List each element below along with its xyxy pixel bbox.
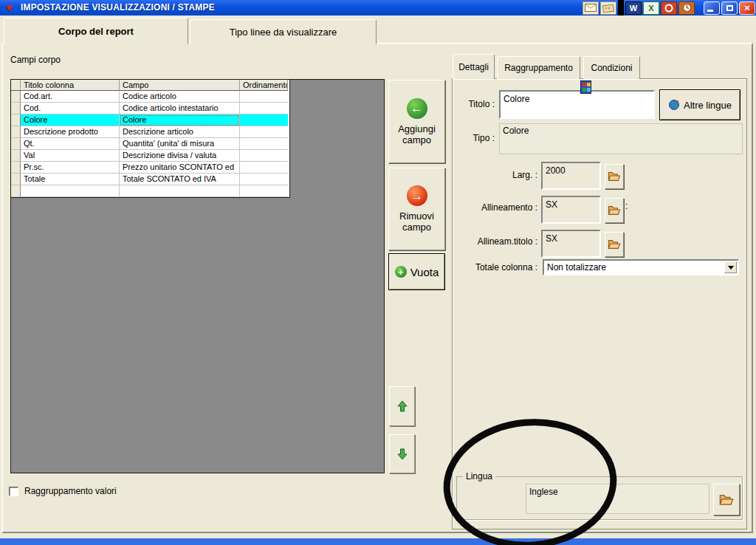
- cell-campo[interactable]: Codice articolo intestatario: [120, 103, 240, 114]
- row-selector: [11, 126, 21, 138]
- clock-icon[interactable]: [678, 1, 695, 15]
- cell-campo[interactable]: Descrizione articolo: [120, 126, 240, 138]
- row-selector: [11, 114, 21, 126]
- tab-condizioni[interactable]: Condizioni: [583, 56, 640, 79]
- cell-titolo[interactable]: Cod.art.: [21, 91, 120, 103]
- allineam-titolo-lookup-button[interactable]: [605, 232, 624, 257]
- cell-ordinamento[interactable]: [240, 185, 288, 197]
- cell-campo[interactable]: [120, 185, 240, 197]
- plus-icon: +: [395, 266, 407, 278]
- tipo-label: Tipo :: [443, 133, 495, 143]
- allineamento-field-frame: [541, 196, 601, 224]
- left-arrow-icon: ←: [407, 98, 427, 119]
- tipo-value: Colore: [500, 124, 742, 137]
- chevron-down-icon: [728, 266, 734, 270]
- move-down-button[interactable]: [389, 434, 415, 473]
- tab-dettagli[interactable]: Dettagli: [453, 54, 495, 79]
- word-icon[interactable]: W: [625, 1, 642, 15]
- lingua-input[interactable]: [526, 485, 709, 498]
- allineamento-input[interactable]: [543, 198, 599, 211]
- restore-button[interactable]: [721, 1, 738, 15]
- table-row[interactable]: Descrizione prodotto Descrizione articol…: [11, 126, 289, 138]
- row-selector: [11, 103, 21, 114]
- folder-icon: [608, 171, 621, 182]
- stray-colon-text: :: [625, 201, 628, 211]
- add-label-line1: Aggiungi: [398, 123, 436, 134]
- cell-titolo[interactable]: Descrizione prodotto: [21, 126, 120, 138]
- mail-envelope-icon[interactable]: [583, 1, 599, 15]
- row-selector: [11, 162, 21, 174]
- cell-campo[interactable]: Totale SCONTATO ed IVA: [120, 174, 240, 185]
- titlebar: ♥ IMPOSTAZIONE VISUALIZZAZIONI / STAMPE …: [0, 0, 756, 16]
- cell-campo-focused[interactable]: Colore: [120, 114, 240, 126]
- cell-titolo[interactable]: [21, 185, 120, 197]
- table-row[interactable]: Cod.art. Codice articolo: [11, 91, 289, 103]
- cell-campo[interactable]: Descrizione divisa / valuta: [120, 150, 240, 162]
- altre-lingue-label: Altre lingue: [684, 100, 732, 111]
- row-selector: [11, 138, 21, 150]
- totale-colonna-dropdown[interactable]: Non totalizzare: [543, 259, 739, 275]
- close-button[interactable]: ×: [739, 1, 755, 15]
- raggruppamento-valori-label: Raggruppamento valori: [24, 486, 117, 496]
- altre-lingue-button[interactable]: Altre lingue: [659, 89, 740, 120]
- allineamento-lookup-button[interactable]: [605, 198, 624, 223]
- table-row[interactable]: Qt. Quantita' (unita' di misura: [11, 138, 289, 150]
- remove-label-line2: campo: [402, 222, 431, 233]
- window-title: IMPOSTAZIONE VISUALIZZAZIONI / STAMPE: [21, 2, 215, 13]
- table-row-selected[interactable]: Colore Colore: [11, 114, 289, 126]
- aggiungi-campo-button[interactable]: ← Aggiungicampo: [388, 80, 445, 163]
- quicklaunch-bar: W X: [568, 1, 695, 15]
- cell-titolo[interactable]: Colore: [21, 114, 120, 126]
- cell-ordinamento[interactable]: [240, 174, 288, 185]
- cell-campo[interactable]: Quantita' (unita' di misura: [120, 138, 240, 150]
- titolo-input[interactable]: [501, 92, 653, 106]
- lingua-lookup-button[interactable]: [713, 484, 740, 515]
- palette-grid-icon[interactable]: [580, 80, 591, 94]
- cell-titolo[interactable]: Cod.: [21, 103, 120, 114]
- cell-titolo[interactable]: Totale: [21, 174, 120, 185]
- cell-ordinamento[interactable]: [240, 103, 288, 114]
- window-controls: ×: [702, 1, 755, 15]
- row-selector: [11, 174, 21, 185]
- cell-titolo[interactable]: Qt.: [21, 138, 120, 150]
- notes-card-icon[interactable]: [600, 1, 616, 15]
- allineam-titolo-input[interactable]: [543, 232, 599, 245]
- cell-ordinamento[interactable]: [240, 126, 288, 138]
- totale-colonna-label: Totale colonna :: [413, 262, 537, 272]
- table-row[interactable]: Val Descrizione divisa / valuta: [11, 150, 289, 162]
- tipo-field: Colore: [499, 123, 743, 154]
- cell-ordinamento[interactable]: [240, 150, 288, 162]
- move-up-button[interactable]: [389, 386, 415, 426]
- larg-lookup-button[interactable]: [605, 164, 624, 189]
- orange-app-icon[interactable]: [661, 1, 677, 15]
- excel-icon[interactable]: X: [643, 1, 659, 15]
- cell-ordinamento[interactable]: [240, 138, 288, 150]
- folder-icon: [719, 494, 734, 506]
- cell-ordinamento[interactable]: [240, 91, 288, 103]
- cell-ordinamento[interactable]: [240, 114, 288, 126]
- minimize-button[interactable]: [704, 1, 720, 15]
- table-header-row: Titolo colonna Campo Ordinamento: [11, 80, 289, 91]
- tab-tipo-linee[interactable]: Tipo linee da visualizzare: [190, 19, 377, 44]
- campi-table: Titolo colonna Campo Ordinamento Cod.art…: [10, 79, 290, 198]
- raggruppamento-valori-checkbox[interactable]: [9, 487, 18, 496]
- table-row[interactable]: Cod. Codice articolo intestatario: [11, 103, 289, 114]
- cell-campo[interactable]: Codice articolo: [120, 91, 240, 103]
- tab-raggruppamento[interactable]: Raggruppamento: [497, 56, 580, 79]
- row-selector: [11, 91, 21, 103]
- table-row-empty[interactable]: [11, 185, 289, 197]
- allineam-titolo-field-frame: [541, 230, 601, 258]
- down-arrow-icon: [396, 448, 408, 460]
- folder-icon: [608, 239, 621, 250]
- dropdown-arrow-button[interactable]: [724, 261, 737, 273]
- tab-corpo-del-report[interactable]: Corpo del report: [4, 18, 188, 44]
- table-row[interactable]: Totale Totale SCONTATO ed IVA: [11, 174, 289, 185]
- cell-titolo[interactable]: Pr.sc.: [21, 162, 120, 174]
- table-row[interactable]: Pr.sc. Prezzo unitario SCONTATO ed: [11, 162, 289, 174]
- cell-ordinamento[interactable]: [240, 162, 288, 174]
- larg-input[interactable]: [543, 164, 599, 177]
- cell-titolo[interactable]: Val: [21, 150, 120, 162]
- larg-field-frame: [541, 162, 601, 190]
- cell-campo[interactable]: Prezzo unitario SCONTATO ed: [120, 162, 240, 174]
- titlebar-divider: [618, 0, 624, 16]
